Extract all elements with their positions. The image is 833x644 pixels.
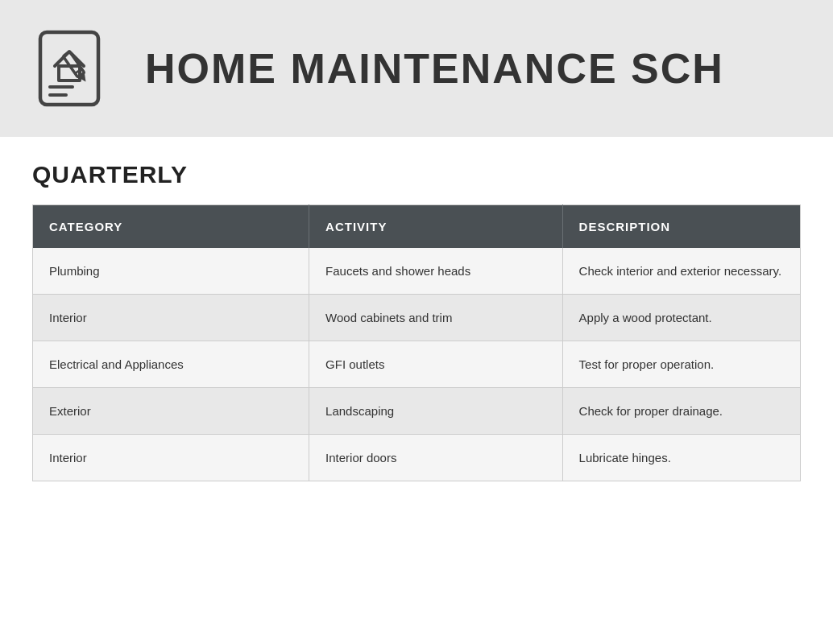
cell-category: Exterior: [33, 388, 309, 435]
cell-category: Interior: [33, 295, 309, 341]
cell-category: Interior: [33, 435, 309, 481]
cell-description: Apply a wood protectant.: [562, 295, 800, 341]
home-maintenance-icon: [32, 24, 121, 113]
page-title: HOME MAINTENANCE SCH: [145, 44, 724, 93]
cell-activity: Faucets and shower heads: [309, 248, 562, 295]
cell-category: Plumbing: [33, 248, 309, 295]
maintenance-table: CATEGORY ACTIVITY DESCRIPTION PlumbingFa…: [32, 204, 801, 481]
column-header-activity: ACTIVITY: [309, 205, 562, 249]
table-row: PlumbingFaucets and shower headsCheck in…: [33, 248, 801, 295]
table-row: ExteriorLandscapingCheck for proper drai…: [33, 388, 801, 435]
cell-description: Test for proper operation.: [562, 341, 800, 388]
cell-activity: GFI outlets: [309, 341, 562, 388]
cell-category: Electrical and Appliances: [33, 341, 309, 388]
header-banner: HOME MAINTENANCE SCH: [0, 0, 833, 137]
table-row: InteriorWood cabinets and trimApply a wo…: [33, 295, 801, 341]
cell-activity: Wood cabinets and trim: [309, 295, 562, 341]
cell-description: Check interior and exterior necessary.: [562, 248, 800, 295]
section-title: QUARTERLY: [32, 161, 801, 188]
main-content: QUARTERLY CATEGORY ACTIVITY DESCRIPTION …: [0, 137, 833, 506]
table-row: InteriorInterior doorsLubricate hinges.: [33, 435, 801, 481]
cell-activity: Interior doors: [309, 435, 562, 481]
table-row: Electrical and AppliancesGFI outletsTest…: [33, 341, 801, 388]
table-header-row: CATEGORY ACTIVITY DESCRIPTION: [33, 205, 801, 249]
column-header-category: CATEGORY: [33, 205, 309, 249]
column-header-description: DESCRIPTION: [562, 205, 800, 249]
cell-description: Lubricate hinges.: [562, 435, 800, 481]
cell-description: Check for proper drainage.: [562, 388, 800, 435]
cell-activity: Landscaping: [309, 388, 562, 435]
